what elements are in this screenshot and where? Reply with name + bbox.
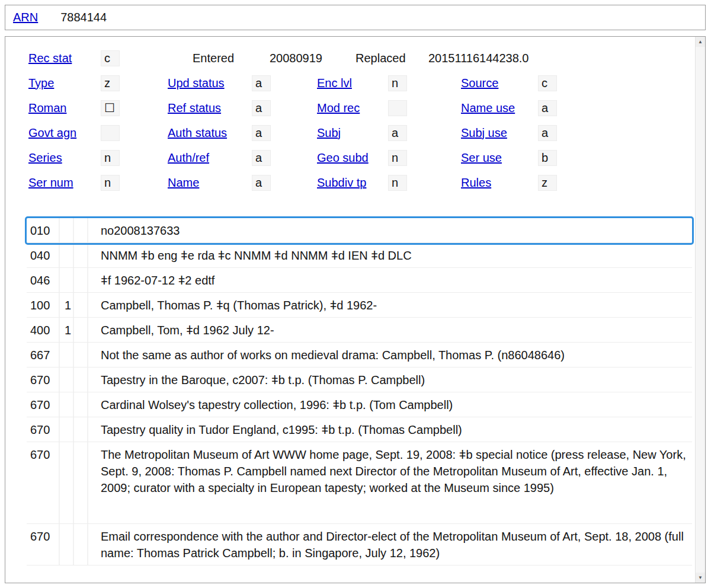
field-indicator2[interactable] bbox=[74, 268, 88, 292]
field-content[interactable]: no2008137633 bbox=[88, 218, 692, 242]
rules-link[interactable]: Rules bbox=[461, 176, 538, 190]
marc-field-row[interactable]: 046 ǂf 1962-07-12 ǂ2 edtf bbox=[27, 268, 692, 293]
rec-stat-value[interactable]: c bbox=[101, 50, 120, 66]
subj-use-link[interactable]: Subj use bbox=[461, 126, 538, 140]
field-indicator1[interactable] bbox=[60, 218, 74, 242]
field-tag[interactable]: 670 bbox=[27, 442, 60, 523]
field-indicator2[interactable] bbox=[74, 392, 88, 417]
subj-value[interactable]: a bbox=[388, 125, 407, 141]
field-indicator2[interactable] bbox=[74, 442, 88, 523]
field-content[interactable]: ǂf 1962-07-12 ǂ2 edtf bbox=[88, 268, 692, 292]
series-value[interactable]: n bbox=[101, 150, 120, 166]
name-use-link[interactable]: Name use bbox=[461, 101, 538, 115]
field-indicator1[interactable] bbox=[60, 243, 74, 267]
govt-agn-link[interactable]: Govt agn bbox=[28, 126, 101, 140]
field-content[interactable]: The Metropolitan Museum of Art WWW home … bbox=[88, 442, 692, 523]
vertical-scrollbar[interactable]: ▲ ▼ bbox=[695, 37, 705, 583]
auth-ref-link[interactable]: Auth/ref bbox=[168, 151, 252, 165]
name-use-value[interactable]: a bbox=[538, 100, 557, 116]
field-indicator1[interactable]: 1 bbox=[60, 318, 74, 342]
field-indicator1[interactable] bbox=[60, 343, 74, 367]
enc-lvl-link[interactable]: Enc lvl bbox=[317, 76, 388, 90]
field-indicator2[interactable] bbox=[74, 343, 88, 367]
field-tag[interactable]: 670 bbox=[27, 392, 60, 417]
field-tag[interactable]: 667 bbox=[27, 343, 60, 367]
geo-subd-value[interactable]: n bbox=[388, 150, 407, 166]
name-value[interactable]: a bbox=[252, 175, 271, 191]
field-tag[interactable]: 670 bbox=[27, 524, 60, 565]
ser-use-value[interactable]: b bbox=[538, 150, 557, 166]
mod-rec-value[interactable] bbox=[388, 100, 407, 116]
series-link[interactable]: Series bbox=[28, 151, 101, 165]
marc-field-row[interactable]: 400 1 Campbell, Tom, ǂd 1962 July 12- bbox=[27, 318, 692, 343]
mod-rec-link[interactable]: Mod rec bbox=[317, 101, 388, 115]
upd-status-value[interactable]: a bbox=[252, 75, 271, 91]
field-indicator2[interactable] bbox=[74, 318, 88, 342]
auth-ref-value[interactable]: a bbox=[252, 150, 271, 166]
marc-field-row[interactable]: 667 Not the same as author of works on m… bbox=[27, 343, 692, 368]
field-content[interactable]: Campbell, Thomas P. ǂq (Thomas Patrick),… bbox=[88, 293, 692, 317]
field-indicator1[interactable] bbox=[60, 417, 74, 442]
field-tag[interactable]: 670 bbox=[27, 368, 60, 392]
ref-status-link[interactable]: Ref status bbox=[168, 101, 252, 115]
source-value[interactable]: c bbox=[538, 75, 557, 91]
ref-status-value[interactable]: a bbox=[252, 100, 271, 116]
marc-field-row[interactable]: 100 1 Campbell, Thomas P. ǂq (Thomas Pat… bbox=[27, 293, 692, 318]
ser-use-link[interactable]: Ser use bbox=[461, 151, 538, 165]
enc-lvl-value[interactable]: n bbox=[388, 75, 407, 91]
marc-field-row[interactable]: 040 NNMM ǂb eng ǂe rda ǂc NNMM ǂd NNMM ǂ… bbox=[27, 243, 692, 268]
geo-subd-link[interactable]: Geo subd bbox=[317, 151, 388, 165]
scroll-up-icon[interactable]: ▲ bbox=[696, 37, 705, 47]
field-indicator2[interactable] bbox=[74, 243, 88, 267]
field-content[interactable]: Tapestry quality in Tudor England, c1995… bbox=[88, 417, 692, 442]
ser-num-value[interactable]: n bbox=[101, 175, 120, 191]
subj-use-value[interactable]: a bbox=[538, 125, 557, 141]
field-indicator1[interactable] bbox=[60, 392, 74, 417]
roman-link[interactable]: Roman bbox=[28, 101, 101, 115]
rules-value[interactable]: z bbox=[538, 175, 557, 191]
field-tag[interactable]: 670 bbox=[27, 417, 60, 442]
field-tag[interactable]: 400 bbox=[27, 318, 60, 342]
subj-link[interactable]: Subj bbox=[317, 126, 388, 140]
field-tag[interactable]: 040 bbox=[27, 243, 60, 267]
field-content[interactable]: Campbell, Tom, ǂd 1962 July 12- bbox=[88, 318, 692, 342]
marc-field-row[interactable]: 670 The Metropolitan Museum of Art WWW h… bbox=[27, 442, 692, 524]
field-indicator1[interactable] bbox=[60, 268, 74, 292]
scroll-down-icon[interactable]: ▼ bbox=[696, 573, 705, 583]
roman-value[interactable]: ☐ bbox=[101, 100, 120, 116]
subdiv-tp-value[interactable]: n bbox=[388, 175, 407, 191]
govt-agn-value[interactable] bbox=[101, 125, 120, 141]
field-indicator2[interactable] bbox=[74, 368, 88, 392]
field-content[interactable]: Tapestry in the Baroque, c2007: ǂb t.p. … bbox=[88, 368, 692, 392]
field-tag[interactable]: 010 bbox=[27, 218, 60, 242]
type-value[interactable]: z bbox=[101, 75, 120, 91]
type-link[interactable]: Type bbox=[28, 76, 101, 90]
field-indicator2[interactable] bbox=[74, 524, 88, 565]
arn-link[interactable]: ARN bbox=[13, 11, 38, 24]
source-link[interactable]: Source bbox=[461, 76, 538, 90]
field-content[interactable]: NNMM ǂb eng ǂe rda ǂc NNMM ǂd NNMM ǂd IE… bbox=[88, 243, 692, 267]
field-indicator2[interactable] bbox=[74, 293, 88, 317]
marc-field-row[interactable]: 010 no2008137633 bbox=[27, 218, 692, 243]
field-tag[interactable]: 100 bbox=[27, 293, 60, 317]
field-indicator1[interactable] bbox=[60, 524, 74, 565]
marc-field-row[interactable]: 670 Cardinal Wolsey's tapestry collectio… bbox=[27, 392, 692, 417]
field-indicator2[interactable] bbox=[74, 218, 88, 242]
auth-status-value[interactable]: a bbox=[252, 125, 271, 141]
marc-field-row[interactable]: 670 Tapestry in the Baroque, c2007: ǂb t… bbox=[27, 368, 692, 392]
auth-status-link[interactable]: Auth status bbox=[168, 126, 252, 140]
field-content[interactable]: Cardinal Wolsey's tapestry collection, 1… bbox=[88, 392, 692, 417]
ser-num-link[interactable]: Ser num bbox=[28, 176, 101, 190]
field-content[interactable]: Not the same as author of works on medie… bbox=[88, 343, 692, 367]
field-tag[interactable]: 046 bbox=[27, 268, 60, 292]
rec-stat-link[interactable]: Rec stat bbox=[28, 52, 101, 65]
marc-field-row[interactable]: 670 Email correspondence with the author… bbox=[27, 524, 692, 565]
marc-field-row[interactable]: 670 Tapestry quality in Tudor England, c… bbox=[27, 417, 692, 442]
field-indicator1[interactable] bbox=[60, 442, 74, 523]
name-link[interactable]: Name bbox=[168, 176, 252, 190]
upd-status-link[interactable]: Upd status bbox=[168, 76, 252, 90]
field-indicator2[interactable] bbox=[74, 417, 88, 442]
field-content[interactable]: Email correspondence with the author and… bbox=[88, 524, 692, 565]
subdiv-tp-link[interactable]: Subdiv tp bbox=[317, 176, 388, 190]
field-indicator1[interactable] bbox=[60, 368, 74, 392]
